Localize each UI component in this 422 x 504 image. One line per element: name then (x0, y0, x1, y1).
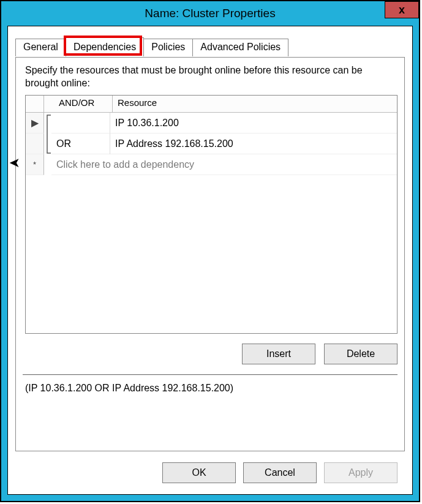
apply-button[interactable]: Apply (324, 462, 398, 483)
insert-button[interactable]: Insert (242, 344, 315, 364)
cancel-button[interactable]: Cancel (243, 462, 317, 483)
titlebar: Name: Cluster Properties x (1, 1, 419, 26)
grid-row[interactable]: OR IP Address 192.168.15.200 (26, 134, 397, 154)
row-marker-icon: ▶ (26, 113, 44, 134)
grid-button-row: Insert Delete (242, 344, 398, 364)
close-button[interactable]: x (385, 1, 419, 18)
grid-new-row[interactable]: * Click here to add a dependency (26, 154, 397, 175)
tab-dependencies[interactable]: Dependencies (66, 37, 144, 56)
new-row-marker-icon: * (26, 154, 44, 175)
ok-button[interactable]: OK (162, 462, 236, 483)
mouse-cursor-icon: ➤ (9, 155, 20, 171)
row-marker-icon (26, 134, 44, 154)
instruction-text: Specify the resources that must be broug… (25, 64, 398, 90)
grid-row[interactable]: ▶ IP 10.36.1.200 (26, 113, 397, 134)
grid-header-andor[interactable]: AND/OR (54, 96, 113, 113)
new-row-placeholder[interactable]: Click here to add a dependency (51, 154, 397, 175)
cell-resource[interactable]: IP Address 192.168.15.200 (110, 134, 397, 154)
window-title: Name: Cluster Properties (145, 7, 275, 20)
tab-policies[interactable]: Policies (143, 39, 193, 56)
tab-advanced-policies[interactable]: Advanced Policies (192, 39, 288, 56)
cell-resource[interactable]: IP 10.36.1.200 (110, 113, 397, 134)
cell-andor[interactable] (51, 113, 110, 134)
dialog-button-row: OK Cancel Apply (162, 462, 398, 483)
close-icon: x (399, 4, 405, 17)
window-frame: Name: Cluster Properties x ➤ General Dep… (0, 0, 420, 502)
grid-header-resource[interactable]: Resource (113, 96, 397, 113)
grid-header-row: AND/OR Resource (26, 96, 397, 113)
tab-general[interactable]: General (15, 39, 66, 56)
grid-header-marker (26, 96, 44, 113)
delete-button[interactable]: Delete (324, 344, 398, 364)
tab-strip: General Dependencies Policies Advanced P… (15, 37, 288, 56)
cell-andor[interactable]: OR (51, 134, 110, 154)
client-area: ➤ General Dependencies Policies Advanced… (7, 26, 413, 495)
grid-header-bracket (44, 96, 54, 113)
row-bracket (44, 134, 51, 154)
separator (23, 374, 398, 375)
row-bracket (44, 113, 51, 134)
dependency-expression: (IP 10.36.1.200 OR IP Address 192.168.15… (25, 383, 233, 394)
row-bracket (44, 154, 51, 175)
dependencies-grid[interactable]: AND/OR Resource ▶ IP 10.36.1.200 OR IP A… (25, 95, 398, 334)
